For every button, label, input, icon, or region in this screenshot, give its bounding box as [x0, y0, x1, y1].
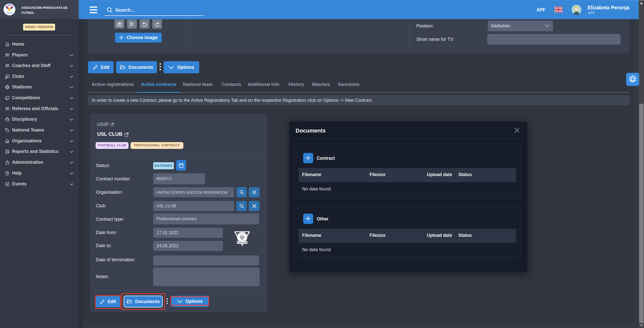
svg-text:APF: APF [7, 4, 12, 7]
svg-text:ATHLETICO OLYMPIC: ATHLETICO OLYMPIC [236, 242, 248, 243]
